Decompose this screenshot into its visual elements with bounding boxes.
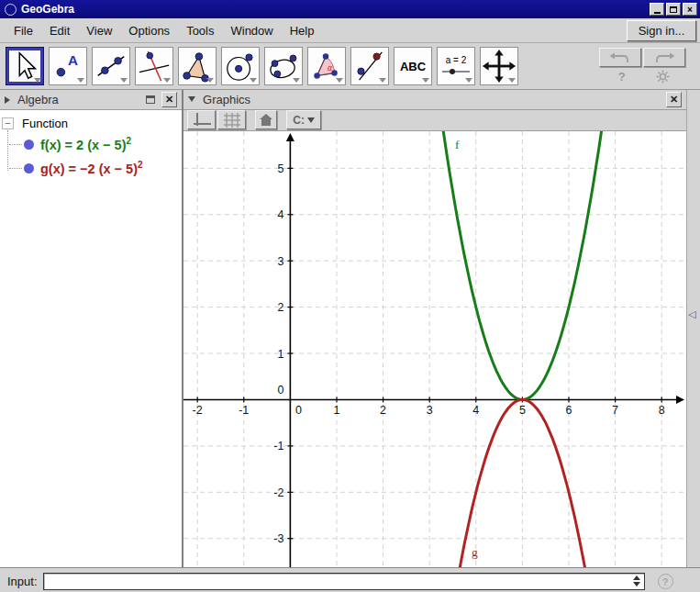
menu-options[interactable]: Options (120, 21, 178, 40)
menu-file[interactable]: File (6, 21, 41, 40)
graphics-canvas-wrap: -2-1123456780-3-2-1123450fg (183, 131, 686, 567)
toolbar-help-gear: ? (603, 70, 685, 84)
show-axes-button[interactable] (187, 110, 216, 129)
svg-text:3: 3 (427, 404, 433, 417)
menu-tools[interactable]: Tools (178, 21, 222, 40)
visibility-bullet-g[interactable] (24, 163, 34, 173)
panel-collapse-strip[interactable]: ◁ (686, 90, 700, 567)
menu-window[interactable]: Window (222, 21, 281, 40)
point-capturing-button[interactable]: C: (286, 110, 321, 129)
tool-dropdown-icon[interactable] (465, 78, 472, 83)
svg-text:-2: -2 (273, 486, 283, 499)
polygon-tool-button[interactable] (178, 47, 217, 85)
maximize-button[interactable] (666, 3, 681, 16)
arrow-up-icon (633, 575, 640, 580)
tool-dropdown-icon[interactable] (422, 78, 429, 83)
tree-connector-line (7, 130, 8, 171)
svg-text:0: 0 (295, 404, 302, 417)
move-graphics-tool-button[interactable] (480, 47, 518, 85)
menu-bar: File Edit View Options Tools Window Help… (0, 18, 700, 43)
close-icon: ✕ (165, 95, 173, 105)
menu-view[interactable]: View (78, 21, 120, 40)
panel-menu-arrow-icon[interactable] (5, 96, 10, 104)
help-button[interactable]: ? (618, 70, 626, 84)
graphics-panel: Graphics ✕ (183, 90, 686, 567)
tool-dropdown-icon[interactable] (508, 78, 516, 83)
tool-dropdown-icon[interactable] (379, 78, 386, 83)
tree-connector-stub (9, 144, 22, 145)
window-title: GeoGebra (21, 3, 648, 16)
maximize-icon (670, 6, 677, 13)
algebra-close-button[interactable]: ✕ (161, 92, 177, 107)
circle-tool-button[interactable] (221, 47, 260, 85)
arrow-down-icon (633, 582, 640, 586)
close-icon: × (687, 5, 693, 15)
graphics-canvas[interactable]: -2-1123456780-3-2-1123450fg (183, 131, 686, 567)
collapse-node-button[interactable]: − (2, 117, 14, 129)
svg-text:1: 1 (334, 404, 340, 417)
svg-text:-1: -1 (239, 404, 249, 417)
svg-text:7: 7 (612, 404, 618, 417)
home-button[interactable] (255, 110, 277, 129)
collapse-left-arrow-icon[interactable]: ◁ (688, 308, 695, 320)
graphics-title: Graphics (203, 93, 666, 106)
reflect-tool-button[interactable] (350, 47, 389, 85)
graphics-style-bar: C: (183, 110, 686, 131)
svg-text:2: 2 (277, 301, 283, 314)
move-tool-button[interactable] (6, 47, 44, 85)
algebra-item-g[interactable]: g(x) = −2 (x − 5)2 (9, 156, 182, 180)
minimize-button[interactable] (650, 3, 664, 16)
redo-button[interactable] (643, 48, 685, 67)
graphics-close-button[interactable]: ✕ (666, 92, 682, 107)
tool-dropdown-icon[interactable] (250, 78, 257, 83)
formula-f[interactable]: f(x) = 2 (x − 5)2 (40, 136, 131, 152)
tool-dropdown-icon[interactable] (336, 78, 343, 83)
undock-window-icon[interactable] (146, 95, 155, 104)
chevron-down-icon (307, 117, 315, 123)
command-input[interactable] (43, 573, 645, 590)
line-tool-button[interactable] (92, 47, 130, 85)
algebra-item-f[interactable]: f(x) = 2 (x − 5)2 (9, 132, 182, 156)
geogebra-logo-icon (5, 4, 17, 16)
redo-arrow-icon (652, 51, 676, 64)
visibility-bullet-f[interactable] (24, 140, 34, 150)
toolbar: A (0, 43, 700, 90)
input-bar: Input: ? (0, 567, 700, 592)
tool-dropdown-icon[interactable] (293, 78, 300, 83)
formula-g[interactable]: g(x) = −2 (x − 5)2 (40, 160, 143, 176)
input-help-button[interactable]: ? (658, 574, 673, 589)
ellipse-tool-button[interactable] (264, 47, 303, 85)
tool-dropdown-icon[interactable] (163, 78, 171, 83)
point-tool-button[interactable]: A (49, 47, 87, 85)
tool-dropdown-icon[interactable] (77, 78, 84, 83)
input-history-spinner[interactable] (633, 575, 640, 586)
text-icon: ABC (400, 60, 426, 73)
svg-text:8: 8 (659, 404, 665, 417)
menu-edit[interactable]: Edit (41, 21, 78, 40)
tool-dropdown-icon[interactable] (206, 78, 214, 83)
undo-button[interactable] (599, 48, 641, 67)
svg-text:5: 5 (519, 404, 526, 417)
svg-text:4: 4 (472, 404, 479, 417)
svg-text:4: 4 (277, 208, 283, 221)
slider-tool-button[interactable]: a = 2 (437, 47, 475, 85)
perpendicular-line-tool-button[interactable] (135, 47, 173, 85)
svg-text:-2: -2 (193, 404, 203, 417)
angle-tool-button[interactable]: α (307, 47, 346, 85)
sign-in-button[interactable]: Sign in... (627, 20, 696, 41)
menu-help[interactable]: Help (282, 21, 323, 40)
svg-text:-1: -1 (273, 440, 283, 452)
graphics-header: Graphics ✕ (183, 90, 686, 110)
gear-icon[interactable] (656, 70, 670, 84)
panel-menu-arrow-icon[interactable] (188, 96, 195, 102)
show-grid-button[interactable] (217, 110, 246, 129)
algebra-panel: Algebra ✕ − Function f(x) = 2 (x − 5)2 g… (0, 90, 183, 567)
tool-dropdown-icon[interactable] (34, 78, 41, 83)
algebra-tree: − Function f(x) = 2 (x − 5)2 g(x) = −2 (… (0, 110, 182, 567)
text-tool-button[interactable]: ABC (394, 47, 432, 85)
tree-root-label: Function (22, 117, 68, 130)
svg-text:5: 5 (277, 162, 283, 175)
undo-arrow-icon (608, 51, 632, 64)
tool-dropdown-icon[interactable] (120, 78, 128, 83)
close-button[interactable]: × (683, 3, 697, 16)
